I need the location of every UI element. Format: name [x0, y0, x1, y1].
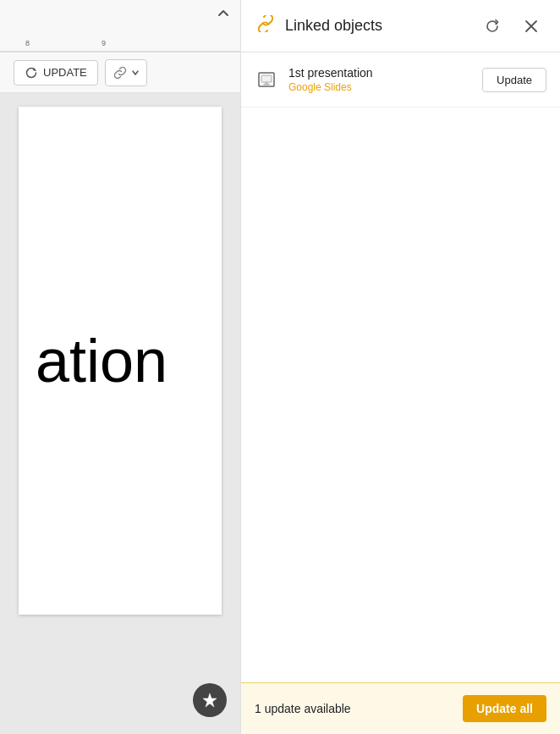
svg-marker-0 — [203, 693, 217, 707]
sidebar-close-button[interactable] — [516, 11, 546, 41]
item-title: 1st presentation — [288, 66, 472, 80]
ruler: 8 9 — [0, 35, 240, 52]
editor-area: 8 9 UPDATE ation — [0, 0, 240, 734]
linked-objects-sidebar: Linked objects — [240, 0, 560, 734]
document-page: ation — [19, 107, 222, 615]
sidebar-footer: 1 update available Update all — [241, 682, 560, 734]
sidebar-title: Linked objects — [285, 17, 469, 35]
document-text: ation — [36, 326, 167, 395]
list-item: 1st presentation Google Slides Update — [241, 52, 560, 108]
ai-icon — [201, 692, 218, 709]
ruler-number-9: 9 — [102, 39, 106, 47]
item-subtitle: Google Slides — [288, 81, 472, 93]
refresh-icon — [485, 19, 500, 34]
ruler-number-8: 8 — [25, 39, 30, 47]
chevron-down-icon — [131, 69, 140, 77]
slides-icon — [255, 68, 278, 91]
update-status-text: 1 update available — [255, 702, 351, 715]
update-all-button[interactable]: Update all — [463, 695, 546, 722]
link-options-button[interactable] — [105, 59, 147, 86]
item-update-button[interactable]: Update — [482, 68, 546, 92]
item-info: 1st presentation Google Slides — [288, 66, 472, 93]
ruler-area: 8 9 — [0, 0, 240, 52]
update-icon — [25, 66, 38, 80]
close-icon — [524, 19, 539, 34]
update-label: UPDATE — [43, 66, 87, 79]
ai-assistant-button[interactable] — [193, 683, 227, 717]
collapse-button[interactable] — [213, 3, 233, 24]
sidebar-link-icon — [255, 15, 277, 37]
sidebar-refresh-button[interactable] — [477, 11, 508, 41]
svg-rect-4 — [261, 75, 272, 82]
link-icon — [113, 65, 128, 80]
toolbar: UPDATE — [0, 52, 240, 93]
update-button[interactable]: UPDATE — [14, 60, 98, 86]
sidebar-header: Linked objects — [241, 0, 560, 52]
sidebar-content: 1st presentation Google Slides Update — [241, 52, 560, 682]
